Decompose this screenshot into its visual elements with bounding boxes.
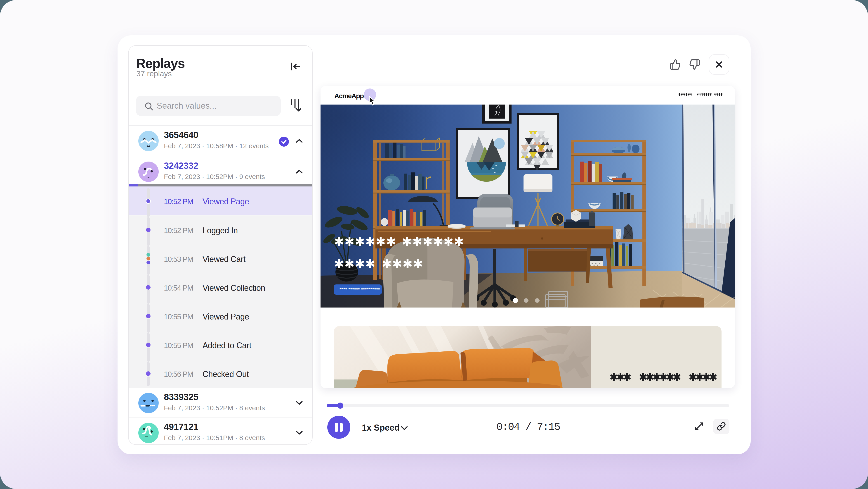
svg-text:**** ****** **********: **** ****** **********: [340, 286, 380, 293]
